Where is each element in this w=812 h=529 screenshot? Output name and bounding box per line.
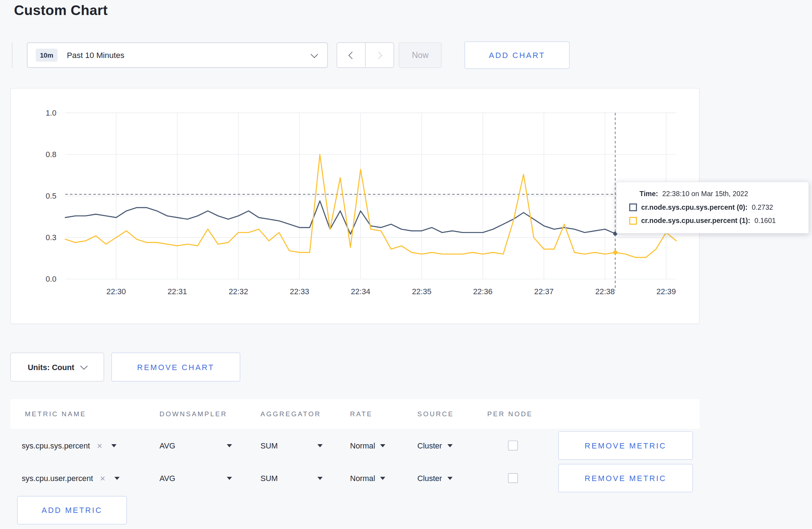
- per-node-cell: [508, 464, 518, 492]
- now-button[interactable]: Now: [399, 43, 442, 68]
- aggregator-value: SUM: [261, 474, 278, 482]
- rate-value: Normal: [350, 474, 375, 482]
- svg-text:22:36: 22:36: [473, 287, 492, 296]
- header-aggregator: AGGREGATOR: [261, 410, 321, 418]
- add-metric-label: ADD METRIC: [42, 506, 102, 515]
- tooltip-series-value: 0.1601: [754, 217, 776, 225]
- svg-text:22:39: 22:39: [656, 287, 676, 296]
- caret-down-icon: [111, 444, 116, 447]
- remove-metric-label: REMOVE METRIC: [585, 441, 666, 450]
- header-source: SOURCE: [417, 410, 454, 418]
- svg-text:22:32: 22:32: [229, 287, 248, 296]
- aggregator-select[interactable]: SUM: [261, 431, 323, 460]
- toolbar-divider: [12, 43, 12, 68]
- user-series-swatch-icon: [629, 217, 637, 225]
- source-select[interactable]: Cluster: [417, 464, 453, 492]
- svg-text:22:37: 22:37: [534, 287, 554, 296]
- add-metric-button[interactable]: ADD METRIC: [17, 496, 127, 525]
- units-select[interactable]: Units: Count: [10, 353, 104, 382]
- page-title: Custom Chart: [14, 3, 108, 19]
- rate-select[interactable]: Normal: [350, 431, 386, 460]
- downsampler-value: AVG: [160, 474, 175, 482]
- per-node-checkbox[interactable]: [508, 441, 518, 450]
- metrics-table-header: METRIC NAME DOWNSAMPLER AGGREGATOR RATE …: [10, 399, 700, 428]
- sys-series-swatch-icon: [629, 203, 637, 211]
- svg-text:1.0: 1.0: [46, 108, 57, 117]
- tooltip-series-name: cr.node.sys.cpu.user.percent (1):: [641, 217, 750, 225]
- close-icon[interactable]: ✕: [100, 474, 106, 482]
- remove-chart-label: REMOVE CHART: [137, 363, 214, 372]
- header-downsampler: DOWNSAMPLER: [160, 410, 227, 418]
- svg-text:0.5: 0.5: [46, 191, 57, 200]
- tooltip-series-row: cr.node.sys.cpu.user.percent (1): 0.1601: [629, 217, 800, 225]
- chart-panel: 0.00.30.50.81.022:3022:3122:3222:3322:34…: [10, 88, 700, 324]
- aggregator-value: SUM: [261, 441, 278, 450]
- prev-time-button[interactable]: [337, 43, 365, 67]
- time-range-label: Past 10 Minutes: [67, 50, 312, 60]
- remove-metric-button[interactable]: REMOVE METRIC: [558, 431, 693, 460]
- rate-select[interactable]: Normal: [350, 464, 386, 492]
- next-time-button[interactable]: [365, 43, 394, 67]
- metric-name-value: sys.cpu.user.percent: [22, 474, 93, 482]
- remove-metric-button[interactable]: REMOVE METRIC: [558, 464, 693, 492]
- caret-down-icon: [318, 444, 323, 447]
- tooltip-time: Time:22:38:10 on Mar 15th, 2022: [639, 190, 800, 198]
- source-value: Cluster: [417, 441, 442, 450]
- downsampler-select[interactable]: AVG: [160, 464, 232, 492]
- downsampler-value: AVG: [160, 441, 175, 450]
- chevron-left-icon: [348, 52, 356, 59]
- time-range-badge: 10m: [36, 49, 58, 62]
- metric-name-select[interactable]: sys.cpu.user.percent ✕: [22, 464, 120, 492]
- add-chart-label: ADD CHART: [489, 51, 545, 60]
- units-label: Units: Count: [28, 363, 74, 372]
- time-range-select[interactable]: 10m Past 10 Minutes: [27, 43, 328, 68]
- metric-row: sys.cpu.user.percent ✕ AVG SUM Normal Cl…: [10, 464, 700, 492]
- svg-text:0.8: 0.8: [46, 150, 57, 159]
- svg-text:22:31: 22:31: [168, 287, 187, 296]
- svg-text:22:33: 22:33: [290, 287, 309, 296]
- remove-chart-button[interactable]: REMOVE CHART: [111, 353, 240, 382]
- add-chart-button[interactable]: ADD CHART: [464, 42, 570, 69]
- per-node-cell: [508, 431, 518, 460]
- metric-name-value: sys.cpu.sys.percent: [22, 441, 90, 450]
- source-select[interactable]: Cluster: [417, 431, 453, 460]
- chart-tooltip: Time:22:38:10 on Mar 15th, 2022 cr.node.…: [616, 182, 809, 234]
- caret-down-icon: [115, 476, 120, 480]
- now-button-label: Now: [412, 50, 429, 60]
- svg-text:22:34: 22:34: [351, 287, 370, 296]
- tooltip-series-value: 0.2732: [752, 203, 773, 211]
- svg-text:0.0: 0.0: [46, 275, 57, 283]
- tooltip-time-value: 22:38:10 on Mar 15th, 2022: [662, 190, 748, 198]
- chevron-down-icon: [311, 50, 318, 58]
- aggregator-select[interactable]: SUM: [261, 464, 323, 492]
- time-nav-group: [337, 43, 394, 68]
- svg-text:22:35: 22:35: [412, 287, 431, 296]
- per-node-checkbox[interactable]: [508, 473, 518, 483]
- chevron-right-icon: [375, 52, 382, 59]
- header-rate: RATE: [350, 410, 373, 418]
- caret-down-icon: [318, 476, 323, 480]
- downsampler-select[interactable]: AVG: [160, 431, 232, 460]
- tooltip-series-name: cr.node.sys.cpu.sys.percent (0):: [641, 203, 748, 211]
- caret-down-icon: [380, 476, 385, 480]
- svg-text:0.3: 0.3: [46, 233, 57, 242]
- close-icon[interactable]: ✕: [97, 441, 102, 450]
- source-value: Cluster: [417, 474, 442, 482]
- custom-chart-page: Custom Chart 10m Past 10 Minutes Now ADD…: [0, 0, 812, 529]
- header-per-node: PER NODE: [487, 410, 533, 418]
- caret-down-icon: [447, 444, 452, 447]
- caret-down-icon: [227, 444, 232, 447]
- header-metric-name: METRIC NAME: [25, 410, 86, 418]
- remove-metric-label: REMOVE METRIC: [585, 474, 666, 482]
- svg-text:22:30: 22:30: [106, 287, 126, 296]
- tooltip-time-label: Time:: [639, 190, 658, 198]
- caret-down-icon: [227, 476, 232, 480]
- metric-row: sys.cpu.sys.percent ✕ AVG SUM Normal Clu…: [10, 431, 700, 460]
- tooltip-series-row: cr.node.sys.cpu.sys.percent (0): 0.2732: [629, 203, 800, 211]
- metric-name-select[interactable]: sys.cpu.sys.percent ✕: [22, 431, 117, 460]
- chevron-down-icon: [81, 362, 88, 369]
- rate-value: Normal: [350, 441, 375, 450]
- chart-canvas[interactable]: 0.00.30.50.81.022:3022:3122:3222:3322:34…: [11, 88, 699, 324]
- caret-down-icon: [447, 476, 452, 480]
- caret-down-icon: [380, 444, 385, 447]
